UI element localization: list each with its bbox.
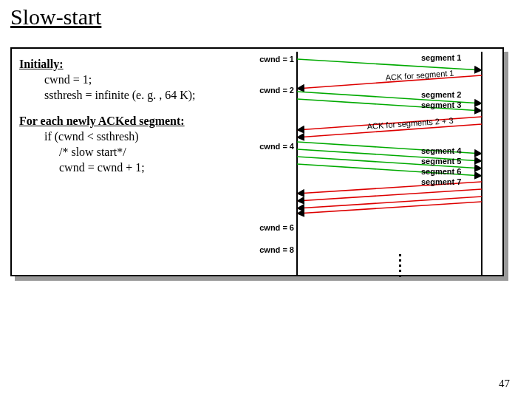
slowstart-diagram: cwnd = 1 cwnd = 2 cwnd = 4 cwnd = 6 cwnd… <box>245 46 497 319</box>
algo-line: cwnd = 1; <box>19 72 248 87</box>
svg-rect-20 <box>399 275 401 277</box>
algo-line: ssthresh = infinite (e. g. , 64 K); <box>19 87 248 103</box>
algo-line: /* slow start*/ <box>19 144 248 160</box>
initially-label: Initially: <box>19 58 64 70</box>
segment-label: segment 2 <box>421 90 461 99</box>
svg-rect-18 <box>399 265 401 267</box>
segment-label: segment 7 <box>421 177 461 186</box>
algo-line: if (cwnd < ssthresh) <box>19 129 248 144</box>
for-each-label: For each newly ACKed segment: <box>19 115 185 127</box>
cwnd-label: cwnd = 2 <box>259 86 294 95</box>
svg-rect-19 <box>399 270 401 272</box>
svg-line-15 <box>297 202 482 214</box>
slide-title: Slow-start <box>10 4 101 30</box>
content-box: Initially: cwnd = 1; ssthresh = infinite… <box>10 47 504 276</box>
segment-label: segment 1 <box>421 53 461 62</box>
svg-rect-17 <box>399 259 401 262</box>
slide-number: 47 <box>499 378 510 390</box>
ack-label: ACK for segments 2 + 3 <box>366 116 454 131</box>
svg-line-13 <box>297 189 482 201</box>
cwnd-label: cwnd = 6 <box>259 223 294 232</box>
svg-line-14 <box>297 197 482 208</box>
svg-rect-16 <box>399 254 401 256</box>
segment-label: segment 3 <box>421 100 461 109</box>
algorithm-text: Initially: cwnd = 1; ssthresh = infinite… <box>19 56 248 175</box>
segment-label: segment 5 <box>421 157 461 166</box>
cwnd-label: cwnd = 8 <box>259 245 294 254</box>
cwnd-label: cwnd = 1 <box>259 55 294 64</box>
segment-label: segment 4 <box>421 146 462 155</box>
algo-line: cwnd = cwnd + 1; <box>19 160 248 175</box>
segment-label: segment 6 <box>421 167 461 176</box>
cwnd-label: cwnd = 4 <box>259 142 295 151</box>
